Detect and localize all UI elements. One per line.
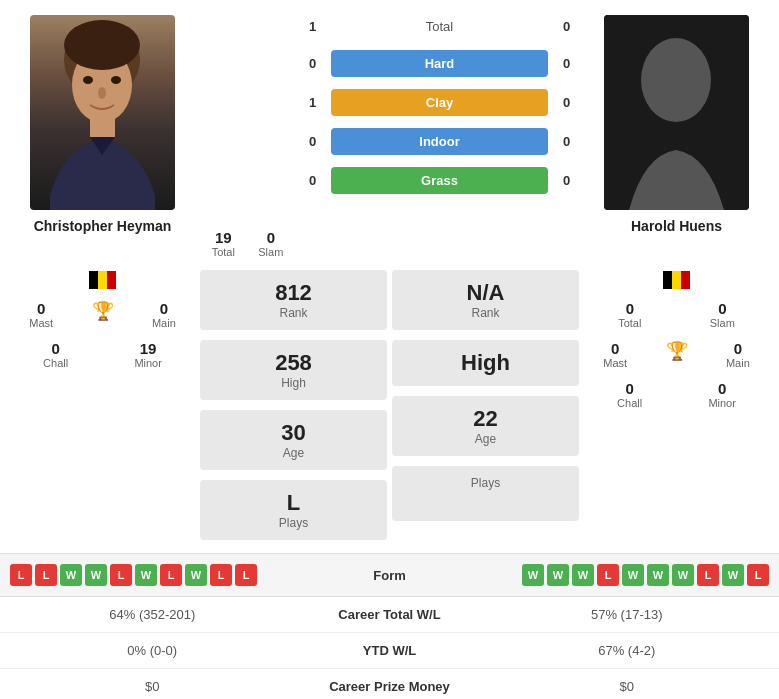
form-badge: L — [747, 564, 769, 586]
indoor-row: 0 Indoor 0 — [300, 124, 579, 159]
right-center-stat-boxes: N/A Rank High 22 Age Plays — [392, 267, 579, 524]
form-badge: W — [572, 564, 594, 586]
svg-point-2 — [64, 20, 140, 70]
right-player-photo-area: Harold Huens — [584, 15, 769, 234]
form-badge: W — [185, 564, 207, 586]
stats-table: 64% (352-201) Career Total W/L 57% (17-1… — [0, 596, 779, 699]
form-badge: L — [597, 564, 619, 586]
form-badge: W — [60, 564, 82, 586]
form-badge: L — [10, 564, 32, 586]
harold-photo — [604, 15, 749, 210]
form-section: LLWWLWLWLL Form WWWLWWWLWL — [0, 553, 779, 596]
clay-surface-btn[interactable]: Clay — [331, 89, 548, 116]
center-stat-boxes: 812 Rank 258 High 30 Age L Plays — [200, 267, 387, 543]
form-badge: W — [647, 564, 669, 586]
right-flag — [663, 271, 691, 289]
svg-point-5 — [98, 87, 106, 99]
left-stat-boxes: 0 Mast 🏆 0 Main 0 Chall 19 Minor — [10, 267, 195, 373]
form-badge: W — [522, 564, 544, 586]
right-minor-stat: 0 Minor — [706, 376, 738, 413]
indoor-surface-btn[interactable]: Indoor — [331, 128, 548, 155]
rank-box: 812 Rank — [200, 270, 387, 330]
form-badge: L — [160, 564, 182, 586]
left-player-photo-area: Christopher Heyman — [10, 15, 195, 234]
svg-point-4 — [111, 76, 121, 84]
left-form-badges: LLWWLWLWLL — [10, 564, 325, 586]
right-high-box: High — [392, 340, 579, 386]
left-chall-stat: 0 Chall — [41, 336, 70, 373]
right-plays-box: Plays — [392, 466, 579, 521]
left-slam-stat: 0 Slam — [256, 225, 285, 262]
form-badge: W — [547, 564, 569, 586]
form-badge: L — [210, 564, 232, 586]
right-slam-stat: 0 Slam — [708, 296, 737, 333]
stats-row: $0 Career Prize Money $0 — [0, 669, 779, 699]
stats-row-center: Career Prize Money — [290, 679, 490, 694]
left-player-grid-stats: 19 Total 0 Slam — [200, 0, 295, 262]
grass-row: 0 Grass 0 — [300, 163, 579, 198]
stats-row-right: $0 — [490, 679, 765, 694]
right-trophy-icon: 🏆 — [664, 336, 690, 373]
right-form-badges: WWWLWWWLWL — [455, 564, 770, 586]
svg-point-8 — [641, 38, 711, 122]
svg-rect-6 — [90, 117, 115, 137]
right-rank-box: N/A Rank — [392, 270, 579, 330]
total-row: 1 Total 0 — [300, 15, 579, 38]
left-mast-stat: 0 Mast — [27, 296, 55, 333]
form-badge: L — [35, 564, 57, 586]
right-mast-stat: 0 Mast — [601, 336, 629, 373]
right-total-stat: 0 Total — [616, 296, 643, 333]
stats-row-right: 67% (4-2) — [490, 643, 765, 658]
right-stat-boxes: 0 Total 0 Slam 0 Mast 🏆 0 Main — [584, 267, 769, 413]
form-badge: W — [85, 564, 107, 586]
form-badge: W — [135, 564, 157, 586]
stats-row: 64% (352-201) Career Total W/L 57% (17-1… — [0, 597, 779, 633]
stats-row: 0% (0-0) YTD W/L 67% (4-2) — [0, 633, 779, 669]
left-main-stat: 0 Main — [150, 296, 178, 333]
hard-surface-btn[interactable]: Hard — [331, 50, 548, 77]
stats-row-left: 0% (0-0) — [15, 643, 290, 658]
form-badge: W — [672, 564, 694, 586]
right-main-stat: 0 Main — [724, 336, 752, 373]
stats-row-center: Career Total W/L — [290, 607, 490, 622]
stats-row-right: 57% (17-13) — [490, 607, 765, 622]
form-badge: L — [235, 564, 257, 586]
clay-row: 1 Clay 0 — [300, 85, 579, 120]
form-badge: L — [110, 564, 132, 586]
age-box: 30 Age — [200, 410, 387, 470]
left-player-name: Christopher Heyman — [34, 218, 172, 234]
form-label: Form — [330, 568, 450, 583]
center-area: 1 Total 0 0 Hard 0 1 Clay 0 — [300, 15, 579, 198]
left-trophy-icon: 🏆 — [90, 296, 116, 333]
form-badge: W — [622, 564, 644, 586]
right-player-name: Harold Huens — [631, 218, 722, 234]
left-total-stat: 19 Total — [210, 225, 237, 262]
form-badge: W — [722, 564, 744, 586]
christopher-photo — [30, 15, 175, 210]
stats-row-center: YTD W/L — [290, 643, 490, 658]
grass-surface-btn[interactable]: Grass — [331, 167, 548, 194]
high-box: 258 High — [200, 340, 387, 400]
stats-row-left: $0 — [15, 679, 290, 694]
left-minor-stat: 19 Minor — [132, 336, 164, 373]
svg-point-3 — [83, 76, 93, 84]
plays-box: L Plays — [200, 480, 387, 540]
hard-row: 0 Hard 0 — [300, 46, 579, 81]
form-badge: L — [697, 564, 719, 586]
left-flag — [89, 271, 117, 289]
main-container: Christopher Heyman 19 Total 0 Slam — [0, 0, 779, 699]
right-age-box: 22 Age — [392, 396, 579, 456]
stats-row-left: 64% (352-201) — [15, 607, 290, 622]
right-chall-stat: 0 Chall — [615, 376, 644, 413]
